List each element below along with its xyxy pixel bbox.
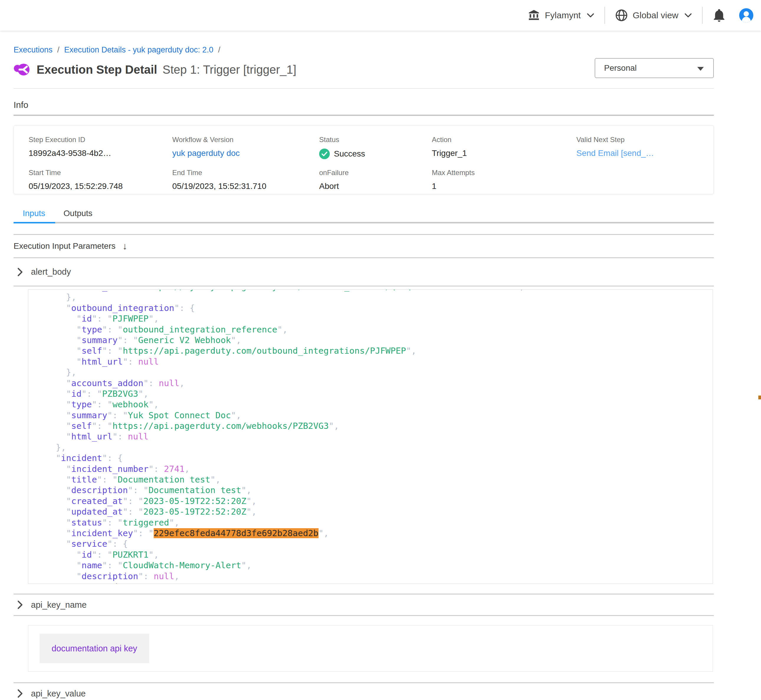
json-code-line: "incident_key": "229efec8feda44778d3fe69… [28, 528, 712, 539]
json-code-line: "self": "https://api.pagerduty.com/webho… [28, 420, 712, 431]
json-code-line: "summary": "Yuk Spot Connect Doc", [28, 410, 712, 420]
info-field-label: End Time [172, 169, 319, 177]
param-name: api_key_value [31, 689, 86, 698]
download-arrow-icon[interactable]: ↓ [123, 241, 127, 252]
divider [14, 615, 714, 616]
select-arrow-icon [697, 67, 704, 71]
info-field-value: 05/19/2023, 15:52:31.710 [172, 181, 319, 191]
info-field-label: Status [319, 136, 432, 144]
header-divider [702, 7, 703, 24]
breadcrumb-separator: / [218, 45, 220, 55]
header-divider [604, 7, 605, 24]
org-label: Fylamynt [545, 10, 581, 20]
info-field-label: Max Attempts [432, 169, 576, 177]
workflow-logo-icon [14, 61, 30, 78]
json-code-line: }, [28, 442, 712, 453]
info-field: Max Attempts1 [432, 169, 576, 191]
info-section-heading: Info [14, 100, 714, 110]
info-field-value: Abort [319, 181, 432, 191]
success-check-icon [319, 148, 330, 159]
chevron-down-icon [587, 13, 594, 18]
page-title: Execution Step Detail [37, 63, 157, 77]
json-code-line: "description": null, [28, 571, 712, 581]
tab-bar: Inputs Outputs [14, 205, 714, 222]
json-code-line: "accounts_addon": null, [28, 378, 712, 389]
view-menu[interactable]: Global view [615, 9, 692, 22]
info-field-label: Start Time [28, 169, 172, 177]
scrollbar-highlight-tick[interactable] [758, 395, 761, 399]
info-field-link[interactable]: Send Email [send_… [576, 148, 699, 158]
tab-outputs[interactable]: Outputs [54, 205, 102, 222]
breadcrumb-link-executions[interactable]: Executions [14, 45, 53, 55]
execution-input-parameters-title: Execution Input Parameters [14, 241, 116, 251]
param-row-api-key-value[interactable]: api_key_value [14, 683, 714, 700]
json-code-line: "status": "triggered", [28, 517, 712, 528]
json-code-line: "incident_number": 2741, [28, 464, 712, 474]
status-text: Success [334, 149, 365, 159]
info-field-value: 18992a43-9538-4b2… [28, 148, 172, 158]
json-code-line: "description": "Documentation test", [28, 485, 712, 495]
json-code-line: "name": "CloudWatch-Memory-Alert", [28, 560, 712, 570]
json-code-line: "id": "PUZKRT1", [28, 549, 712, 560]
notifications-bell-icon[interactable] [712, 8, 726, 22]
globe-icon [615, 9, 628, 22]
page-subtitle: Step 1: Trigger [trigger_1] [163, 63, 296, 77]
info-field: End Time05/19/2023, 15:52:31.710 [172, 169, 319, 191]
json-code-line: "created_at": "2023-05-19T22:52:20Z", [28, 496, 712, 506]
json-code-line: "html_url": null [28, 431, 712, 442]
json-code-line: "type": "outbound_integration_reference"… [28, 324, 712, 335]
chevron-down-icon [684, 13, 692, 18]
json-code-line: "html_url": "https://fylamynt.pagerduty.… [28, 289, 712, 292]
chevron-right-icon [17, 600, 23, 609]
json-code-line: "outbound_integration": { [28, 303, 712, 313]
view-label: Global view [633, 10, 678, 20]
status-badge: Success [319, 148, 432, 159]
json-code-line: "type": "webhook", [28, 399, 712, 410]
param-row-alert-body[interactable]: alert_body [14, 258, 714, 286]
json-code-line: "html_url": null [28, 356, 712, 367]
json-code-line: "id": "PZB2VG3", [28, 389, 712, 399]
active-tab-indicator [14, 222, 55, 223]
breadcrumb: Executions / Execution Details - yuk pag… [14, 45, 714, 55]
info-field-label: Workflow & Version [172, 136, 319, 144]
info-field-value: 05/19/2023, 15:52:29.748 [28, 181, 172, 191]
info-field-link[interactable]: yuk pagerduty doc [172, 148, 319, 158]
tab-inputs[interactable]: Inputs [14, 205, 54, 222]
param-name: alert_body [31, 267, 71, 277]
divider [14, 286, 714, 286]
info-field: ActionTrigger_1 [432, 136, 576, 159]
breadcrumb-separator: / [57, 45, 60, 55]
info-field: StatusSuccess [319, 136, 432, 159]
param-row-api-key-name[interactable]: api_key_name [14, 594, 714, 615]
alert-body-json-viewer[interactable]: "html_url": "https://fylamynt.pagerduty.… [28, 289, 713, 584]
json-code-line: "summary": "Generic V2 Webhook", [28, 335, 712, 345]
bank-icon [528, 9, 540, 22]
tab-underline-track [14, 222, 714, 223]
json-code-line: "self": "https://api.pagerduty.com/outbo… [28, 345, 712, 356]
org-menu[interactable]: Fylamynt [528, 9, 594, 22]
json-code-line: }, [28, 367, 712, 378]
json-code: "html_url": "https://fylamynt.pagerduty.… [28, 289, 712, 584]
info-field-label: onFailure [319, 169, 432, 177]
user-avatar[interactable] [739, 8, 753, 22]
chevron-right-icon [17, 689, 23, 698]
breadcrumb-link-execution-details[interactable]: Execution Details - yuk pagerduty doc: 2… [64, 45, 213, 55]
info-field: Valid Next StepSend Email [send_… [576, 136, 699, 159]
chevron-right-icon [17, 268, 23, 277]
scope-select[interactable]: Personal [595, 58, 714, 78]
top-app-bar: Fylamynt Global view [0, 0, 761, 31]
info-card: Step Execution ID18992a43-9538-4b2…Workf… [14, 125, 714, 194]
info-field-label: Valid Next Step [576, 136, 699, 144]
info-field: Workflow & Versionyuk pagerduty doc [172, 136, 319, 159]
info-field [576, 169, 699, 191]
json-code-line: "service": { [28, 539, 712, 549]
divider [14, 115, 714, 116]
info-field-value: 1 [432, 181, 576, 191]
scope-select-value: Personal [604, 63, 637, 73]
json-code-line: "title": "Documentation test", [28, 474, 712, 485]
info-field: Step Execution ID18992a43-9538-4b2… [28, 136, 172, 159]
param-name: api_key_name [31, 600, 87, 610]
api-key-name-chip[interactable]: documentation api key [39, 634, 149, 663]
json-code-line: "incident": { [28, 453, 712, 463]
main-content: Executions / Execution Details - yuk pag… [14, 45, 714, 700]
